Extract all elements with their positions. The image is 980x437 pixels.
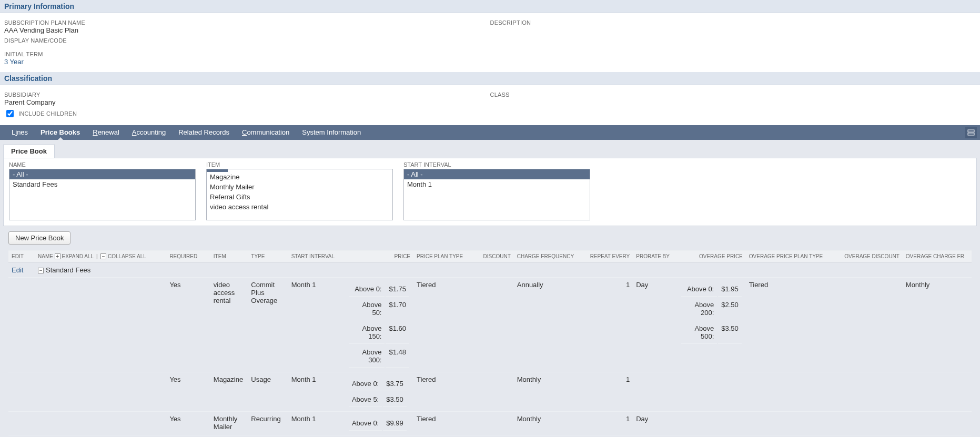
display-name-label: DISPLAY NAME/CODE	[4, 37, 490, 44]
cell-prorate-by: Day	[633, 278, 676, 372]
subtab-price-book[interactable]: Price Book	[3, 144, 55, 158]
cell-overage-discount	[834, 372, 903, 412]
expand-all-text[interactable]: EXPAND ALL	[62, 253, 94, 259]
edit-link[interactable]: Edit	[12, 266, 23, 274]
plan-name-value: AAA Vending Basic Plan	[4, 26, 490, 34]
cell-overage-price-plan-type	[746, 372, 834, 412]
initial-term-label: INITIAL TERM	[4, 51, 490, 57]
cell-overage-price	[677, 412, 746, 435]
tab-price-books[interactable]: Price Books	[34, 125, 86, 140]
expand-all-icon[interactable]: +	[55, 253, 60, 259]
col-item: ITEM	[210, 250, 248, 263]
cell-required: Yes	[166, 278, 210, 372]
cell-required: Yes	[166, 372, 210, 412]
cell-price: Above 0:$49.99	[345, 435, 413, 438]
col-price: PRICE	[345, 250, 413, 263]
cell-overage-price-plan-type: Tiered	[746, 278, 834, 372]
primary-info-body: SUBSCRIPTION PLAN NAME AAA Vending Basic…	[0, 13, 980, 72]
tab-accounting[interactable]: Accounting	[126, 125, 172, 140]
listbox-option[interactable]: - All -	[9, 169, 195, 179]
filter-name-listbox[interactable]: - All -Standard Fees	[9, 169, 196, 220]
tab-lines[interactable]: Lines	[5, 125, 34, 140]
col-discount: DISCOUNT	[470, 250, 513, 263]
filter-name: NAME - All -Standard Fees	[9, 161, 196, 220]
classification-body: SUBSIDIARY Parent Company INCLUDE CHILDR…	[0, 85, 980, 125]
grid-header: EDIT NAME + EXPAND ALL | − COLLAPSE ALL …	[8, 250, 972, 263]
cell-price: Above 0:$1.75Above 50:$1.70Above 150:$1.…	[345, 278, 413, 372]
initial-term-value[interactable]: 3 Year	[4, 58, 490, 66]
cell-price-plan-type: Tiered	[413, 372, 470, 412]
cell-overage-charge-fr	[903, 435, 972, 438]
col-edit: EDIT	[8, 250, 35, 263]
cell-type: Recurring	[248, 412, 288, 435]
cell-overage-price	[677, 372, 746, 412]
filter-item-label: ITEM	[206, 161, 393, 168]
col-charge-frequency: CHARGE FREQUENCY	[514, 250, 583, 263]
col-type: TYPE	[248, 250, 288, 263]
group-row: Edit−Standard Fees	[8, 263, 972, 278]
tab-layout-icon[interactable]	[965, 127, 977, 138]
cell-type: Commit Plus Overage	[248, 278, 288, 372]
cell-charge-frequency: Monthly	[514, 372, 583, 412]
cell-overage-price	[677, 435, 746, 438]
col-overage-discount: OVERAGE DISCOUNT	[834, 250, 903, 263]
filter-start-interval-listbox[interactable]: - All -Month 1	[403, 169, 590, 220]
listbox-option[interactable]: Month 1	[404, 179, 590, 189]
listbox-option[interactable]: Monthly Mailer	[207, 182, 392, 192]
cell-item: Magazine	[210, 372, 248, 412]
subtab-area: Price Book NAME - All -Standard Fees ITE…	[0, 140, 980, 437]
plan-name-label: SUBSCRIPTION PLAN NAME	[4, 19, 490, 26]
new-price-book-button[interactable]: New Price Book	[8, 231, 70, 245]
cell-start-interval: Month 1	[288, 372, 345, 412]
col-start-interval: START INTERVAL	[288, 250, 345, 263]
subsidiary-label: SUBSIDIARY	[4, 92, 490, 98]
include-children-checkbox[interactable]	[6, 110, 14, 117]
cell-start-interval: Month 1	[288, 278, 345, 372]
listbox-option[interactable]: video access rental	[207, 202, 392, 212]
cell-item: Monthly Mailer	[210, 412, 248, 435]
filter-item-listbox[interactable]: MagazineMonthly MailerReferral Giftsvide…	[206, 169, 393, 220]
listbox-option[interactable]: Standard Fees	[9, 179, 195, 189]
cell-item: Referral Gifts	[210, 435, 248, 438]
cell-overage-charge-fr	[903, 412, 972, 435]
tab-bar: Lines Price Books Renewal Accounting Rel…	[0, 125, 980, 140]
cell-repeat-every: 1	[583, 372, 633, 412]
include-children-label: INCLUDE CHILDREN	[18, 110, 77, 117]
cell-price-plan-type: Tiered	[413, 412, 470, 435]
description-label: DESCRIPTION	[490, 19, 976, 26]
listbox-option[interactable]: Referral Gifts	[207, 192, 392, 202]
cell-repeat-every: 0	[583, 435, 633, 438]
cell-required: Yes	[166, 412, 210, 435]
cell-discount	[470, 278, 513, 372]
col-overage-price: OVERAGE PRICE	[677, 250, 746, 263]
col-price-plan-type: PRICE PLAN TYPE	[413, 250, 470, 263]
cell-overage-discount	[834, 435, 903, 438]
table-row: Yesvideo access rentalCommit Plus Overag…	[8, 278, 972, 372]
cell-charge-frequency: One Time	[514, 435, 583, 438]
table-row: YesMonthly MailerRecurringMonth 1Above 0…	[8, 412, 972, 435]
collapse-all-text[interactable]: COLLAPSE ALL	[108, 253, 146, 259]
cell-prorate-by	[633, 372, 676, 412]
tab-renewal[interactable]: Renewal	[86, 125, 126, 140]
tab-system-information[interactable]: System Information	[296, 125, 367, 140]
cell-start-interval: Month 1	[288, 435, 345, 438]
subsidiary-value: Parent Company	[4, 98, 490, 106]
cell-prorate-by	[633, 435, 676, 438]
cell-required: Yes	[166, 435, 210, 438]
col-required: REQUIRED	[166, 250, 210, 263]
cell-discount	[470, 412, 513, 435]
group-name: Standard Fees	[46, 266, 90, 274]
listbox-option[interactable]: - All -	[404, 169, 590, 179]
svg-rect-1	[968, 133, 974, 135]
tab-communication[interactable]: Communication	[236, 125, 296, 140]
cell-price-plan-type: Tiered	[413, 435, 470, 438]
cell-repeat-every: 1	[583, 278, 633, 372]
cell-discount	[470, 435, 513, 438]
listbox-option[interactable]: Magazine	[207, 172, 392, 182]
collapse-all-icon[interactable]: −	[100, 253, 106, 259]
collapse-icon[interactable]: −	[38, 268, 44, 273]
cell-discount	[470, 372, 513, 412]
tab-related-records[interactable]: Related Records	[172, 125, 236, 140]
cell-overage-price: Above 0:$1.95Above 200:$2.50Above 500:$3…	[677, 278, 746, 372]
svg-rect-0	[968, 130, 974, 132]
